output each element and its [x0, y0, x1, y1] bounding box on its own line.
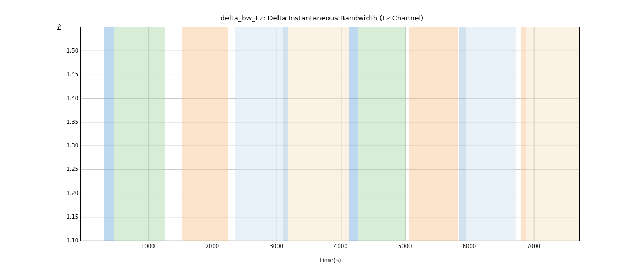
x-tick: 4000: [334, 243, 347, 249]
x-tick: 2000: [206, 243, 219, 249]
shaded-region: [283, 27, 288, 241]
shaded-region: [409, 27, 414, 241]
y-tick: 1.20: [57, 190, 78, 196]
shaded-region: [182, 27, 228, 241]
plot-area: [80, 27, 580, 241]
x-axis-label: Time(s): [80, 257, 580, 264]
y-tick: 1.40: [57, 95, 78, 101]
y-tick: 1.45: [57, 71, 78, 77]
y-tick: 1.15: [57, 213, 78, 219]
y-tick: 1.35: [57, 118, 78, 124]
x-tick: 1000: [141, 243, 155, 249]
chart-figure: delta_bw_Fz: Delta Instantaneous Bandwid…: [0, 0, 644, 268]
shaded-region: [466, 27, 516, 241]
x-tick: 5000: [398, 243, 412, 249]
shaded-region: [235, 27, 283, 241]
shaded-region: [526, 27, 579, 241]
shaded-region: [459, 27, 466, 241]
shaded-region: [358, 27, 406, 241]
x-tick: 7000: [526, 243, 540, 249]
y-tick-labels: 1.101.151.201.251.301.351.401.451.50: [54, 27, 78, 241]
chart-title: delta_bw_Fz: Delta Instantaneous Bandwid…: [0, 14, 644, 22]
y-tick: 1.30: [57, 143, 78, 148]
background-regions: [81, 27, 579, 241]
y-tick: 1.10: [57, 237, 78, 243]
shaded-region: [349, 27, 358, 241]
shaded-region: [114, 27, 165, 241]
x-tick: 6000: [463, 243, 476, 249]
x-tick-labels: 1000200030004000500060007000: [80, 243, 580, 251]
shaded-region: [288, 27, 349, 241]
y-tick: 1.25: [57, 166, 78, 172]
y-tick: 1.50: [57, 48, 78, 54]
x-tick: 3000: [269, 243, 283, 249]
shaded-region: [104, 27, 114, 241]
shaded-region: [414, 27, 458, 241]
shaded-region: [521, 27, 526, 241]
